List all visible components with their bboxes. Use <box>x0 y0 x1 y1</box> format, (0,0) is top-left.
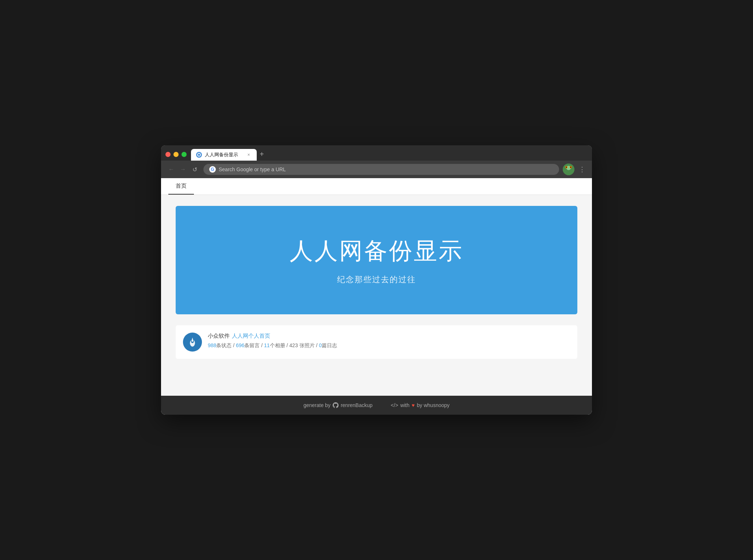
generate-label: generate by <box>303 402 330 408</box>
github-icon <box>333 402 339 408</box>
google-icon: G <box>209 166 216 173</box>
heart-icon: ♥ <box>412 402 414 408</box>
new-tab-button[interactable]: + <box>257 150 268 161</box>
diary-count[interactable]: 0 <box>319 342 322 348</box>
active-tab[interactable]: 人人网备份显示 × <box>191 149 257 161</box>
tab-bar: 人人网备份显示 × + <box>161 145 592 161</box>
maximize-button[interactable] <box>181 152 187 157</box>
by-label: by whusnoopy <box>417 402 450 408</box>
nav-home[interactable]: 首页 <box>168 178 194 195</box>
forward-button[interactable]: → <box>178 164 188 174</box>
album-count[interactable]: 11 <box>264 342 270 348</box>
minimize-button[interactable] <box>173 152 179 157</box>
tab-close-button[interactable]: × <box>246 152 252 158</box>
omnibox-bar: ← → ↺ G Search Google or type a URL <box>161 161 592 178</box>
footer-credit: </> with ♥ by whusnoopy <box>391 402 450 408</box>
svg-point-5 <box>570 167 572 168</box>
profile-stats: 988条状态 / 696条留言 / 11个相册 / 423 张照片 / 0篇日志 <box>208 342 337 349</box>
profile-avatar <box>183 333 202 352</box>
hero-title: 人人网备份显示 <box>190 235 563 267</box>
back-button[interactable]: ← <box>166 164 176 174</box>
profile-name-row: 小众软件 人人网个人首页 <box>208 333 337 340</box>
tab-title: 人人网备份显示 <box>205 151 243 158</box>
repo-link[interactable]: renrenBackup <box>341 402 372 408</box>
svg-point-4 <box>566 167 567 168</box>
comment-count[interactable]: 696 <box>236 342 244 348</box>
profile-name: 小众软件 <box>208 333 230 340</box>
refresh-button[interactable]: ↺ <box>190 164 200 174</box>
extensions-area: ⋮ <box>563 164 587 175</box>
profile-info: 小众软件 人人网个人首页 988条状态 / 696条留言 / 11个相册 / 4… <box>208 333 337 349</box>
with-label: with <box>400 402 409 408</box>
album-label: 个相册 / 423 张照片 / <box>270 342 319 348</box>
hero-banner: 人人网备份显示 纪念那些过去的过往 <box>176 206 577 314</box>
browser-menu-button[interactable]: ⋮ <box>577 164 587 175</box>
omnibox[interactable]: G Search Google or type a URL <box>203 164 559 175</box>
code-label: </> <box>391 402 398 408</box>
site-footer: generate by renrenBackup </> with ♥ by w… <box>161 396 592 415</box>
main-content: 人人网备份显示 纪念那些过去的过往 小众软件 人人网个人首页 <box>161 195 592 396</box>
profile-link[interactable]: 人人网个人首页 <box>232 333 270 340</box>
profile-section: 小众软件 人人网个人首页 988条状态 / 696条留言 / 11个相册 / 4… <box>176 325 577 359</box>
status-count[interactable]: 988 <box>208 342 216 348</box>
close-button[interactable] <box>165 152 171 157</box>
user-avatar[interactable] <box>563 164 574 175</box>
hero-subtitle: 纪念那些过去的过往 <box>190 274 563 285</box>
browser-window: 人人网备份显示 × + ← → ↺ G Search Google or typ… <box>161 145 592 415</box>
footer-generate: generate by renrenBackup <box>303 402 372 408</box>
tab-favicon <box>196 152 202 158</box>
traffic-lights <box>165 152 187 161</box>
comment-label: 条留言 / <box>244 342 264 348</box>
site-nav: 首页 <box>161 178 592 195</box>
status-label: 条状态 / <box>216 342 236 348</box>
omnibox-text: Search Google or type a URL <box>219 166 553 172</box>
title-bar: 人人网备份显示 × + ← → ↺ G Search Google or typ… <box>161 145 592 178</box>
nav-buttons: ← → ↺ <box>166 164 200 174</box>
diary-label: 篇日志 <box>322 342 337 348</box>
